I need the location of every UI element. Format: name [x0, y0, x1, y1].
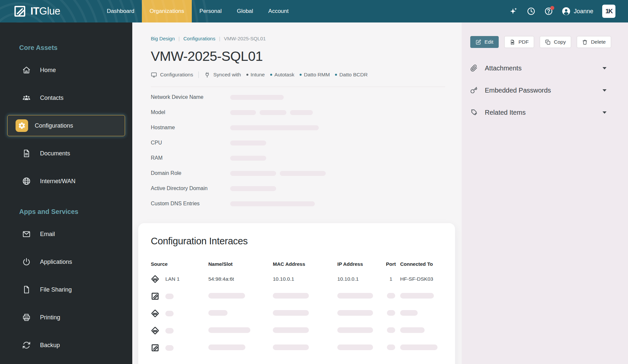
column-header-port: Port	[382, 261, 400, 267]
sidebar-item-label: Contacts	[40, 95, 63, 101]
sidebar-item-documents[interactable]: Documents	[0, 140, 132, 167]
field-label: RAM	[151, 155, 230, 161]
field-label: Model	[151, 109, 230, 115]
edit-button[interactable]: Edit	[470, 36, 499, 48]
sidebar-item-configurations[interactable]: Configurations	[7, 115, 125, 136]
chevron-down-icon[interactable]	[603, 67, 607, 69]
cell-placeholder	[337, 344, 382, 351]
cell-mac-address: 10.10.0.1	[273, 276, 337, 282]
panel-section-label: Attachments	[485, 64, 522, 72]
sidebar-item-internet-wan[interactable]: Internet/WAN	[0, 167, 132, 195]
skeleton-pill	[165, 328, 174, 334]
sidebar-item-applications[interactable]: Applications	[0, 248, 132, 276]
field-label: Network Device Name	[151, 94, 230, 100]
copy-button[interactable]: Copy	[540, 36, 571, 48]
breadcrumb-link[interactable]: Configurations	[183, 36, 215, 41]
sidebar-item-printing[interactable]: Printing	[0, 303, 132, 331]
globe-icon	[22, 177, 31, 185]
skeleton-pill	[208, 327, 250, 333]
skeleton-pill	[273, 327, 309, 333]
column-header-ip-address: IP Address	[337, 261, 382, 267]
cell-ip-address: 10.10.0.1	[337, 276, 382, 282]
column-header-source: Source	[151, 261, 208, 267]
field-label: Domain Role	[151, 170, 230, 176]
primary-nav: DashboardOrganizationsPersonalGlobalAcco…	[99, 0, 296, 22]
skeleton-pill	[230, 141, 266, 145]
skeleton-pill	[273, 293, 309, 299]
itglue-logo-text: ITGlue	[30, 5, 60, 17]
column-header-mac-address: MAC Address	[273, 261, 337, 267]
nav-tab-global[interactable]: Global	[229, 0, 261, 22]
fields-list: Network Device NameModelHostnameCPURAMDo…	[151, 90, 462, 211]
nav-tab-organizations[interactable]: Organizations	[142, 0, 192, 22]
sidebar-item-label: Internet/WAN	[40, 178, 75, 185]
sync-source: Datto RMM	[300, 72, 330, 78]
skeleton-pill	[208, 293, 245, 299]
sidebar-item-email[interactable]: Email	[0, 220, 132, 248]
table-row	[151, 288, 442, 305]
chevron-down-icon[interactable]	[603, 111, 607, 114]
itglue-logo[interactable]: ITGlue	[0, 0, 99, 22]
pdf-icon	[510, 39, 515, 45]
user-name: Joanne	[574, 8, 593, 15]
cell-placeholder	[382, 327, 400, 334]
sidebar-section-header: Core Assets	[0, 43, 132, 52]
record-meta-row: ConfigurationsSynced withIntuneAutotaskD…	[151, 71, 462, 78]
panel-section-embedded-passwords[interactable]: Embedded Passwords	[470, 85, 628, 95]
gear-icon	[18, 122, 26, 130]
panel-section-attachments[interactable]: Attachments	[470, 63, 628, 73]
skeleton-pill	[230, 95, 284, 100]
power-icon	[22, 258, 31, 266]
itglue-logo-icon	[13, 5, 26, 18]
field-row: CPU	[151, 135, 462, 150]
nav-tab-personal[interactable]: Personal	[192, 0, 229, 22]
button-label: PDF	[519, 39, 529, 45]
chevron-down-icon[interactable]	[603, 89, 607, 92]
user-menu[interactable]: Joanne	[562, 7, 593, 16]
sidebar-item-label: Printing	[40, 314, 60, 321]
button-label: Edit	[484, 39, 493, 45]
cell-connected-to: HF-SF-DSK03	[400, 276, 442, 282]
skeleton-pill	[400, 310, 418, 316]
page-title: VMW-2025-SQL01	[151, 49, 462, 64]
skeleton-pill	[400, 293, 434, 299]
sidebar-item-label: Applications	[40, 259, 72, 265]
sync-icon	[22, 341, 31, 349]
sync-source-dot	[335, 74, 337, 76]
cell-placeholder	[273, 327, 337, 334]
nav-tab-dashboard[interactable]: Dashboard	[99, 0, 142, 22]
home-icon	[22, 66, 31, 74]
breadcrumb: Big Design|Configurations|VMW-2025-SQL01	[151, 36, 462, 41]
cell-placeholder	[208, 310, 273, 317]
sparkle-icon[interactable]	[509, 7, 518, 16]
delete-button[interactable]: Delete	[577, 36, 611, 48]
nav-tab-account[interactable]: Account	[261, 0, 296, 22]
panel-section-label: Embedded Passwords	[485, 87, 551, 94]
meta-divider	[198, 71, 199, 78]
notification-dot	[550, 6, 554, 10]
skeleton-pill	[230, 201, 315, 206]
sidebar-item-file-sharing[interactable]: File Sharing	[0, 276, 132, 303]
cell-placeholder	[400, 293, 442, 300]
pdf-button[interactable]: PDF	[504, 36, 534, 48]
help-icon[interactable]	[544, 7, 553, 16]
sidebar-item-home[interactable]: Home	[0, 56, 132, 84]
clock-icon[interactable]	[527, 7, 535, 16]
kaseya-icon[interactable]: 1K	[602, 5, 615, 18]
trash-icon	[582, 39, 588, 45]
cell-placeholder	[337, 327, 382, 334]
cell-placeholder	[273, 344, 337, 351]
column-header-connected-to: Connected To	[400, 261, 442, 267]
cell-placeholder	[208, 293, 273, 300]
card-title: Configuration Interaces	[151, 236, 442, 247]
sync-source: Autotask	[270, 72, 294, 78]
breadcrumb-separator: |	[179, 36, 180, 41]
sidebar-item-contacts[interactable]: Contacts	[0, 84, 132, 112]
table-row	[151, 322, 442, 339]
cell-placeholder	[273, 310, 337, 317]
panel-section-related-items[interactable]: Related Items	[470, 107, 628, 117]
breadcrumb-link[interactable]: Big Design	[151, 36, 175, 41]
skeleton-pill	[290, 110, 313, 115]
mail-icon	[22, 230, 31, 238]
sidebar-item-backup[interactable]: Backup	[0, 331, 132, 359]
